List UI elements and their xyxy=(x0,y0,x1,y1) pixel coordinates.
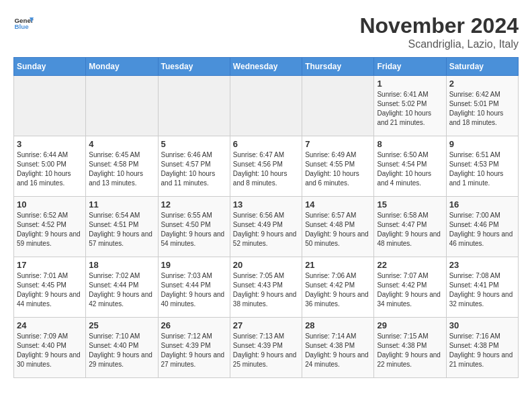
day-number: 7 xyxy=(305,139,371,149)
table-row: 17Sunrise: 7:01 AMSunset: 4:45 PMDayligh… xyxy=(14,257,86,318)
day-number: 12 xyxy=(161,199,227,210)
day-content: Sunrise: 7:01 AMSunset: 4:45 PMDaylight:… xyxy=(17,271,83,309)
table-row: 28Sunrise: 7:14 AMSunset: 4:38 PMDayligh… xyxy=(302,318,374,378)
day-content: Sunrise: 7:08 AMSunset: 4:41 PMDaylight:… xyxy=(449,271,515,309)
day-content: Sunrise: 6:56 AMSunset: 4:49 PMDaylight:… xyxy=(233,211,299,248)
calendar-body: 1Sunrise: 6:41 AMSunset: 5:02 PMDaylight… xyxy=(14,76,519,378)
day-content: Sunrise: 6:47 AMSunset: 4:56 PMDaylight:… xyxy=(233,150,299,188)
day-number: 6 xyxy=(233,139,299,149)
header-wednesday: Wednesday xyxy=(230,58,302,76)
table-row xyxy=(230,76,302,136)
table-row: 12Sunrise: 6:55 AMSunset: 4:50 PMDayligh… xyxy=(158,197,230,257)
day-content: Sunrise: 6:46 AMSunset: 4:57 PMDaylight:… xyxy=(161,150,227,188)
calendar-header: Sunday Monday Tuesday Wednesday Thursday… xyxy=(14,58,519,76)
day-content: Sunrise: 6:42 AMSunset: 5:01 PMDaylight:… xyxy=(449,90,515,128)
table-row: 7Sunrise: 6:49 AMSunset: 4:55 PMDaylight… xyxy=(302,136,374,197)
table-row: 22Sunrise: 7:07 AMSunset: 4:42 PMDayligh… xyxy=(374,257,446,318)
calendar-table: Sunday Monday Tuesday Wednesday Thursday… xyxy=(13,57,519,378)
day-number: 9 xyxy=(449,139,515,149)
day-content: Sunrise: 6:54 AMSunset: 4:51 PMDaylight:… xyxy=(89,211,154,248)
table-row: 3Sunrise: 6:44 AMSunset: 5:00 PMDaylight… xyxy=(14,136,86,197)
day-content: Sunrise: 7:05 AMSunset: 4:43 PMDaylight:… xyxy=(233,271,299,309)
day-content: Sunrise: 7:00 AMSunset: 4:46 PMDaylight:… xyxy=(449,211,515,248)
day-number: 18 xyxy=(89,260,154,270)
table-row: 15Sunrise: 6:58 AMSunset: 4:47 PMDayligh… xyxy=(374,197,446,257)
day-number: 26 xyxy=(161,320,227,330)
day-content: Sunrise: 6:58 AMSunset: 4:47 PMDaylight:… xyxy=(377,211,443,248)
table-row: 6Sunrise: 6:47 AMSunset: 4:56 PMDaylight… xyxy=(230,136,302,197)
day-number: 27 xyxy=(233,320,299,330)
table-row: 11Sunrise: 6:54 AMSunset: 4:51 PMDayligh… xyxy=(86,197,158,257)
table-row: 21Sunrise: 7:06 AMSunset: 4:42 PMDayligh… xyxy=(302,257,374,318)
table-row: 25Sunrise: 7:10 AMSunset: 4:40 PMDayligh… xyxy=(86,318,158,378)
table-row: 1Sunrise: 6:41 AMSunset: 5:02 PMDaylight… xyxy=(374,76,446,136)
table-row: 4Sunrise: 6:45 AMSunset: 4:58 PMDaylight… xyxy=(86,136,158,197)
day-content: Sunrise: 7:03 AMSunset: 4:44 PMDaylight:… xyxy=(161,271,227,309)
table-row: 10Sunrise: 6:52 AMSunset: 4:52 PMDayligh… xyxy=(14,197,86,257)
svg-text:Blue: Blue xyxy=(15,23,30,30)
day-number: 25 xyxy=(89,320,154,330)
table-row: 18Sunrise: 7:02 AMSunset: 4:44 PMDayligh… xyxy=(86,257,158,318)
day-content: Sunrise: 7:09 AMSunset: 4:40 PMDaylight:… xyxy=(17,332,83,369)
day-content: Sunrise: 6:55 AMSunset: 4:50 PMDaylight:… xyxy=(161,211,227,248)
table-row: 8Sunrise: 6:50 AMSunset: 4:54 PMDaylight… xyxy=(374,136,446,197)
table-row: 27Sunrise: 7:13 AMSunset: 4:39 PMDayligh… xyxy=(230,318,302,378)
day-number: 10 xyxy=(17,199,83,210)
day-number: 14 xyxy=(305,199,371,210)
table-row: 30Sunrise: 7:16 AMSunset: 4:38 PMDayligh… xyxy=(446,318,518,378)
header-sunday: Sunday xyxy=(14,58,86,76)
page-header: General Blue November 2024 Scandriglia, … xyxy=(13,13,519,50)
table-row: 23Sunrise: 7:08 AMSunset: 4:41 PMDayligh… xyxy=(446,257,518,318)
day-number: 23 xyxy=(449,260,515,270)
day-content: Sunrise: 6:57 AMSunset: 4:48 PMDaylight:… xyxy=(305,211,371,248)
day-content: Sunrise: 7:12 AMSunset: 4:39 PMDaylight:… xyxy=(161,332,227,369)
header-monday: Monday xyxy=(86,58,158,76)
table-row: 5Sunrise: 6:46 AMSunset: 4:57 PMDaylight… xyxy=(158,136,230,197)
table-row: 16Sunrise: 7:00 AMSunset: 4:46 PMDayligh… xyxy=(446,197,518,257)
table-row: 24Sunrise: 7:09 AMSunset: 4:40 PMDayligh… xyxy=(14,318,86,378)
day-content: Sunrise: 7:13 AMSunset: 4:39 PMDaylight:… xyxy=(233,332,299,369)
day-number: 20 xyxy=(233,260,299,270)
day-number: 24 xyxy=(17,320,83,330)
day-content: Sunrise: 6:44 AMSunset: 5:00 PMDaylight:… xyxy=(17,150,83,188)
table-row xyxy=(86,76,158,136)
day-content: Sunrise: 7:07 AMSunset: 4:42 PMDaylight:… xyxy=(377,271,443,309)
logo-icon: General Blue xyxy=(13,13,34,34)
table-row: 29Sunrise: 7:15 AMSunset: 4:38 PMDayligh… xyxy=(374,318,446,378)
header-friday: Friday xyxy=(374,58,446,76)
header-saturday: Saturday xyxy=(446,58,518,76)
month-title: November 2024 xyxy=(359,13,519,38)
day-content: Sunrise: 7:14 AMSunset: 4:38 PMDaylight:… xyxy=(305,332,371,369)
day-number: 16 xyxy=(449,199,515,210)
day-number: 19 xyxy=(161,260,227,270)
header-tuesday: Tuesday xyxy=(158,58,230,76)
day-number: 11 xyxy=(89,199,154,210)
table-row: 19Sunrise: 7:03 AMSunset: 4:44 PMDayligh… xyxy=(158,257,230,318)
table-row: 26Sunrise: 7:12 AMSunset: 4:39 PMDayligh… xyxy=(158,318,230,378)
day-number: 22 xyxy=(377,260,443,270)
day-content: Sunrise: 7:06 AMSunset: 4:42 PMDaylight:… xyxy=(305,271,371,309)
day-content: Sunrise: 7:02 AMSunset: 4:44 PMDaylight:… xyxy=(89,271,154,309)
day-number: 4 xyxy=(89,139,154,149)
day-number: 21 xyxy=(305,260,371,270)
day-number: 8 xyxy=(377,139,443,149)
day-content: Sunrise: 6:45 AMSunset: 4:58 PMDaylight:… xyxy=(89,150,154,188)
table-row xyxy=(14,76,86,136)
table-row xyxy=(158,76,230,136)
table-row: 9Sunrise: 6:51 AMSunset: 4:53 PMDaylight… xyxy=(446,136,518,197)
table-row: 13Sunrise: 6:56 AMSunset: 4:49 PMDayligh… xyxy=(230,197,302,257)
logo: General Blue xyxy=(13,13,34,34)
day-content: Sunrise: 6:51 AMSunset: 4:53 PMDaylight:… xyxy=(449,150,515,188)
day-number: 17 xyxy=(17,260,83,270)
table-row: 14Sunrise: 6:57 AMSunset: 4:48 PMDayligh… xyxy=(302,197,374,257)
day-number: 13 xyxy=(233,199,299,210)
day-content: Sunrise: 6:50 AMSunset: 4:54 PMDaylight:… xyxy=(377,150,443,188)
day-number: 29 xyxy=(377,320,443,330)
day-content: Sunrise: 7:10 AMSunset: 4:40 PMDaylight:… xyxy=(89,332,154,369)
day-content: Sunrise: 7:15 AMSunset: 4:38 PMDaylight:… xyxy=(377,332,443,369)
day-number: 28 xyxy=(305,320,371,330)
day-number: 30 xyxy=(449,320,515,330)
day-content: Sunrise: 6:52 AMSunset: 4:52 PMDaylight:… xyxy=(17,211,83,248)
day-content: Sunrise: 6:41 AMSunset: 5:02 PMDaylight:… xyxy=(377,90,443,128)
table-row: 2Sunrise: 6:42 AMSunset: 5:01 PMDaylight… xyxy=(446,76,518,136)
